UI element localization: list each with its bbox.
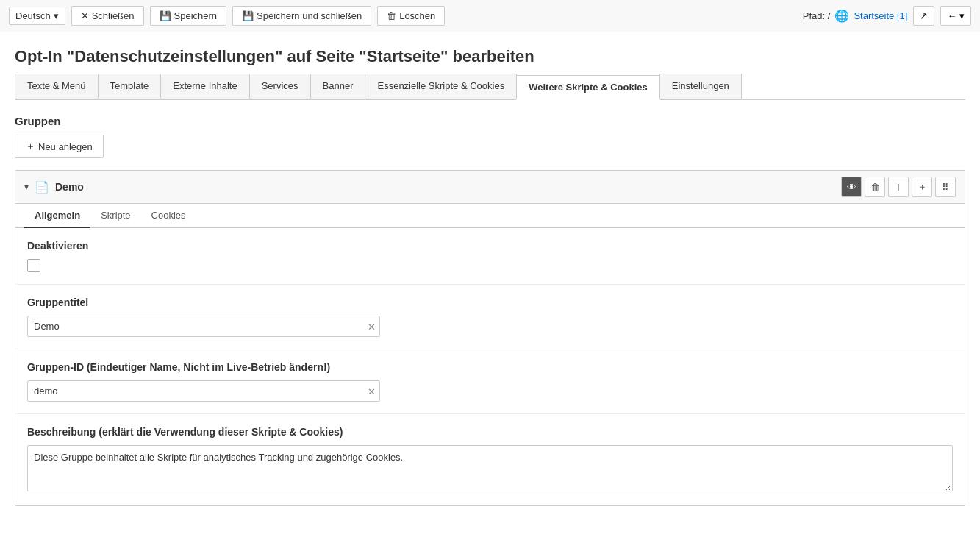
new-group-button[interactable]: ＋ Neu anlegen [15, 135, 104, 158]
group-title-input[interactable] [27, 316, 380, 337]
group-header: ▾ 📄 Demo 👁 🗑 i ＋ ⠿ [15, 171, 965, 204]
main-tabs: Texte & Menü Template Externe Inhalte Se… [15, 74, 965, 100]
eye-icon: 👁 [847, 182, 856, 193]
close-icon: ✕ [81, 10, 89, 21]
deactivate-section: Deaktivieren [15, 228, 965, 285]
content-area: Gruppen ＋ Neu anlegen ▾ 📄 Demo 👁 🗑 i [0, 100, 980, 521]
demo-group: ▾ 📄 Demo 👁 🗑 i ＋ ⠿ [15, 170, 965, 506]
tab-externe-inhalte[interactable]: Externe Inhalte [160, 74, 249, 99]
group-id-label: Gruppen-ID (Eindeutiger Name, Nicht im L… [27, 361, 953, 373]
toggle-visibility-button[interactable]: 👁 [841, 177, 862, 197]
external-link-icon: ↗ [920, 10, 928, 21]
info-group-button[interactable]: i [888, 177, 909, 197]
plus-icon: ＋ [26, 140, 35, 153]
toolbar-right: Pfad: / 🌐 Startseite [1] ↗ ← ▾ [803, 6, 971, 26]
save-close-button[interactable]: 💾 Speichern und schließen [232, 6, 371, 26]
tab-einstellungen[interactable]: Einstellungen [659, 74, 742, 99]
gruppen-heading: Gruppen [15, 115, 965, 127]
drag-handle-button[interactable]: ⠿ [935, 177, 956, 197]
group-name-label: Demo [55, 181, 84, 193]
description-wrapper: Diese Gruppe beinhaltet alle Skripte für… [27, 445, 953, 494]
inner-tab-skripte[interactable]: Skripte [90, 204, 140, 228]
group-title-clear-icon[interactable]: ✕ [368, 321, 376, 332]
language-selector[interactable]: Deutsch ▾ [9, 7, 65, 25]
tab-weitere-skripte[interactable]: Weitere Skripte & Cookies [516, 75, 660, 100]
inner-tabs: Allgemein Skripte Cookies [15, 204, 965, 228]
tab-services[interactable]: Services [249, 74, 311, 99]
plus-icon: ＋ [918, 180, 927, 193]
trash-icon: 🗑 [870, 182, 880, 193]
deactivate-checkbox[interactable] [27, 259, 40, 272]
description-label: Beschreibung (erklärt die Verwendung die… [27, 426, 953, 438]
add-group-button[interactable]: ＋ [912, 177, 932, 197]
collapse-icon[interactable]: ▾ [24, 182, 29, 192]
share-button[interactable]: ← ▾ [940, 6, 971, 26]
tab-template[interactable]: Template [98, 74, 162, 99]
inner-tab-cookies[interactable]: Cookies [141, 204, 196, 228]
group-id-section: Gruppen-ID (Eindeutiger Name, Nicht im L… [15, 349, 965, 414]
group-id-input-wrapper: ✕ [27, 380, 380, 402]
share-icon: ← [947, 10, 956, 21]
breadcrumb: Pfad: / 🌐 Startseite [1] [803, 9, 908, 23]
globe-icon: 🌐 [834, 9, 849, 23]
save-icon: 💾 [160, 10, 171, 21]
close-button[interactable]: ✕ Schließen [71, 6, 144, 26]
group-title-input-wrapper: ✕ [27, 316, 380, 337]
deactivate-label: Deaktivieren [27, 240, 953, 252]
group-id-input[interactable] [27, 380, 380, 402]
tab-essenzielle-skripte[interactable]: Essenzielle Skripte & Cookies [365, 74, 517, 99]
description-textarea[interactable]: Diese Gruppe beinhaltet alle Skripte für… [27, 445, 953, 491]
save-close-icon: 💾 [242, 10, 254, 21]
chevron-down-icon: ▾ [54, 10, 59, 21]
top-toolbar: Deutsch ▾ ✕ Schließen 💾 Speichern 💾 Spei… [0, 0, 980, 32]
tab-banner[interactable]: Banner [310, 74, 366, 99]
toolbar-left: Deutsch ▾ ✕ Schließen 💾 Speichern 💾 Spei… [9, 6, 445, 26]
delete-group-button[interactable]: 🗑 [865, 177, 885, 197]
tab-texte-menue[interactable]: Texte & Menü [15, 74, 99, 99]
group-id-clear-icon[interactable]: ✕ [368, 386, 376, 397]
inner-tab-allgemein[interactable]: Allgemein [24, 204, 90, 228]
group-title-label: Gruppentitel [27, 296, 953, 308]
delete-button[interactable]: 🗑 Löschen [377, 6, 445, 26]
external-link-button[interactable]: ↗ [913, 6, 934, 26]
language-label: Deutsch [15, 10, 51, 21]
trash-icon: 🗑 [387, 10, 396, 21]
info-icon: i [898, 182, 900, 193]
description-section: Beschreibung (erklärt die Verwendung die… [15, 414, 965, 505]
homepage-link[interactable]: Startseite [1] [854, 10, 907, 21]
drag-icon: ⠿ [942, 182, 949, 193]
group-page-icon: 📄 [35, 180, 49, 194]
save-button[interactable]: 💾 Speichern [150, 6, 227, 26]
deactivate-checkbox-wrapper [27, 259, 953, 272]
group-title-section: Gruppentitel ✕ [15, 285, 965, 349]
page-title: Opt-In "Datenschutzeinstellungen" auf Se… [0, 32, 980, 74]
